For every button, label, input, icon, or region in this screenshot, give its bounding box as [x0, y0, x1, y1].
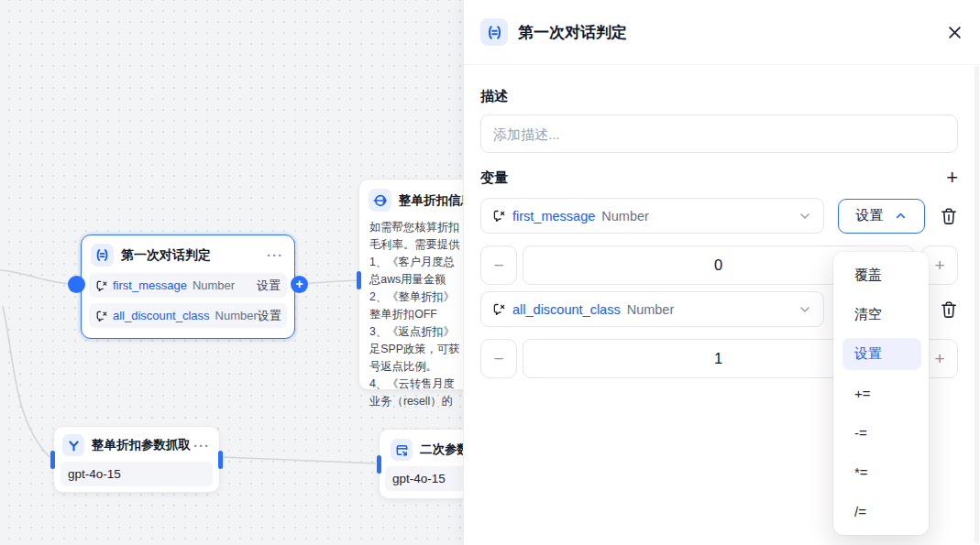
node-config-panel: 第一次对话判定 描述 变量 +	[463, 0, 980, 545]
node-title: 整单折扣参数抓取	[92, 437, 191, 453]
variable-assigner-icon	[480, 18, 508, 46]
answer-icon	[369, 189, 391, 212]
panel-header: 第一次对话判定	[464, 0, 980, 65]
variables-label: 变量	[480, 169, 508, 187]
variable-name: first_message	[512, 209, 595, 223]
add-node-button[interactable]: +	[291, 276, 308, 293]
variable-icon	[492, 302, 506, 316]
variable-name: first_message	[113, 278, 187, 292]
variable-action: 设置	[258, 308, 281, 324]
variable-name: all_discount_class	[512, 302, 621, 317]
minus-button[interactable]: −	[480, 339, 517, 378]
node-variable-row[interactable]: first_message Number 设置	[89, 273, 287, 298]
target-handle[interactable]	[50, 451, 55, 469]
more-menu-icon[interactable]: ···	[267, 247, 283, 263]
edge	[0, 270, 73, 284]
variable-type: Number	[193, 278, 235, 292]
operation-dropdown: 覆盖 清空 设置 += -= *= /=	[833, 252, 929, 535]
menu-item-times-equals[interactable]: *=	[833, 452, 929, 492]
edge	[3, 306, 50, 457]
more-menu-icon[interactable]: ···	[193, 438, 210, 453]
node-question-classifier[interactable]: 整单折扣参数抓取 ··· gpt-4o-15	[53, 426, 220, 493]
menu-item-divide-equals[interactable]: /=	[833, 492, 929, 531]
variable-icon	[492, 209, 506, 223]
classifier-icon	[62, 434, 84, 456]
node-title: 二次参数	[420, 441, 469, 458]
chevron-down-icon	[798, 209, 812, 223]
variable-type: Number	[627, 302, 675, 317]
assignment-row: first_message Number 设置	[480, 198, 958, 234]
description-label: 描述	[480, 88, 958, 105]
add-variable-button[interactable]: +	[946, 169, 958, 187]
target-handle[interactable]	[357, 271, 361, 289]
variable-assigner-icon	[91, 244, 114, 267]
menu-item-overwrite[interactable]: 覆盖	[833, 256, 929, 295]
trash-icon[interactable]	[940, 207, 958, 225]
variable-icon	[95, 279, 108, 292]
edge	[221, 457, 376, 463]
variable-type: Number	[601, 209, 649, 223]
target-handle[interactable]	[377, 455, 381, 474]
close-icon[interactable]	[948, 26, 962, 39]
node-title: 整单折扣信息	[399, 192, 473, 209]
menu-item-clear[interactable]: 清空	[833, 295, 929, 334]
panel-title: 第一次对话判定	[518, 22, 627, 43]
operation-select[interactable]: 设置	[838, 199, 925, 234]
variable-action: 设置	[257, 278, 281, 294]
description-input[interactable]	[480, 114, 958, 153]
menu-item-plus-equals[interactable]: +=	[833, 374, 929, 413]
variable-selector[interactable]: all_discount_class Number	[480, 291, 824, 327]
menu-item-minus-equals[interactable]: -=	[833, 413, 929, 452]
model-badge: gpt-4o-15	[61, 462, 213, 486]
variable-name: all_discount_class	[113, 309, 210, 322]
node-variable-assigner[interactable]: 第一次对话判定 ··· first_message Number 设置	[81, 234, 295, 339]
workflow-editor: 第一次对话判定 ··· first_message Number 设置	[0, 0, 980, 545]
chevron-down-icon	[798, 302, 812, 317]
chevron-up-icon	[894, 209, 908, 223]
trash-icon[interactable]	[940, 300, 958, 319]
source-handle[interactable]	[218, 451, 223, 469]
node-title: 第一次对话判定	[121, 247, 211, 264]
minus-button[interactable]: −	[480, 245, 517, 285]
panel-scrollbar[interactable]	[974, 66, 979, 543]
menu-item-set[interactable]: 设置	[842, 338, 921, 370]
variable-icon	[95, 310, 108, 322]
variable-type: Number	[215, 309, 258, 322]
target-handle[interactable]	[68, 276, 85, 293]
extractor-icon	[391, 439, 413, 461]
variable-selector[interactable]: first_message Number	[480, 198, 824, 234]
node-variable-row[interactable]: all_discount_class Number 设置	[89, 303, 287, 328]
